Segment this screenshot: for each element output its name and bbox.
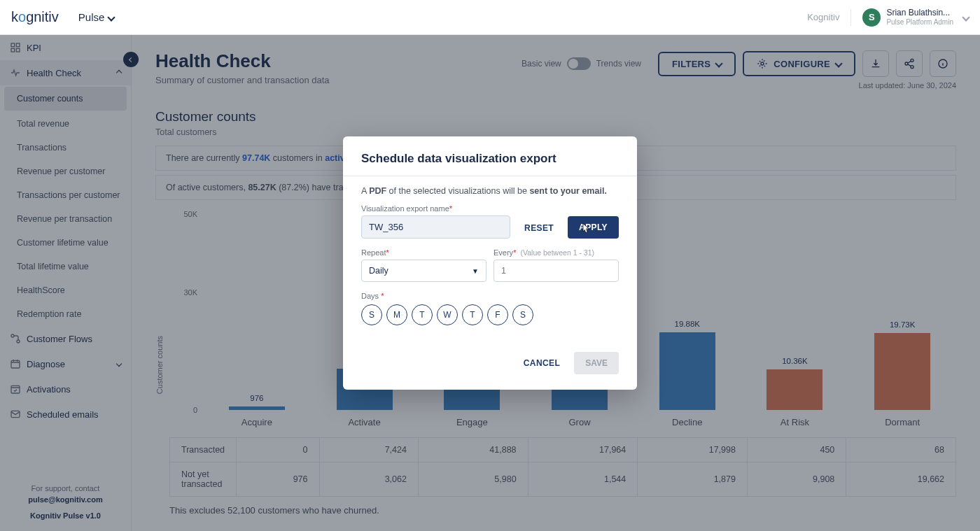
cancel-button[interactable]: CANCEL: [517, 352, 567, 374]
days-label: Days *: [361, 292, 619, 300]
modal-title: Schedule data visualization export: [361, 152, 619, 166]
repeat-label: Repeat*: [361, 248, 486, 257]
every-input[interactable]: [493, 260, 619, 282]
export-name-input[interactable]: [361, 215, 510, 239]
day-chip[interactable]: F: [487, 304, 508, 325]
day-chip[interactable]: S: [512, 304, 533, 325]
every-label: Every* (Value between 1 - 31): [493, 248, 619, 257]
chevron-down-icon: [108, 13, 115, 21]
day-chip[interactable]: M: [386, 304, 407, 325]
day-chip[interactable]: W: [437, 304, 458, 325]
save-button[interactable]: SAVE: [574, 352, 619, 374]
product-switcher[interactable]: Pulse: [78, 11, 115, 23]
apply-button[interactable]: APPLY: [568, 216, 619, 239]
avatar: S: [862, 8, 881, 27]
context-label: Kognitiv: [807, 12, 839, 22]
user-role: Pulse Platform Admin: [886, 18, 953, 27]
modal-description: A PDF of the selected visualizations wil…: [361, 186, 619, 196]
topbar: kognitiv Pulse Kognitiv S Srian Bulathsi…: [0, 0, 980, 35]
day-chip[interactable]: S: [361, 304, 382, 325]
user-menu[interactable]: S Srian Bulathsin... Pulse Platform Admi…: [862, 8, 969, 27]
day-chip[interactable]: T: [462, 304, 483, 325]
day-chip[interactable]: T: [412, 304, 433, 325]
chevron-down-icon: [962, 13, 969, 21]
modal-overlay[interactable]: Schedule data visualization export A PDF…: [0, 35, 980, 531]
reset-button[interactable]: RESET: [517, 218, 561, 239]
product-name: Pulse: [78, 11, 105, 23]
export-name-label: Visualization export name*: [361, 204, 510, 213]
schedule-export-modal: Schedule data visualization export A PDF…: [343, 136, 637, 390]
user-name: Srian Bulathsin...: [886, 8, 953, 18]
logo[interactable]: kognitiv: [11, 9, 59, 25]
repeat-select[interactable]: Daily ▼: [361, 260, 486, 282]
